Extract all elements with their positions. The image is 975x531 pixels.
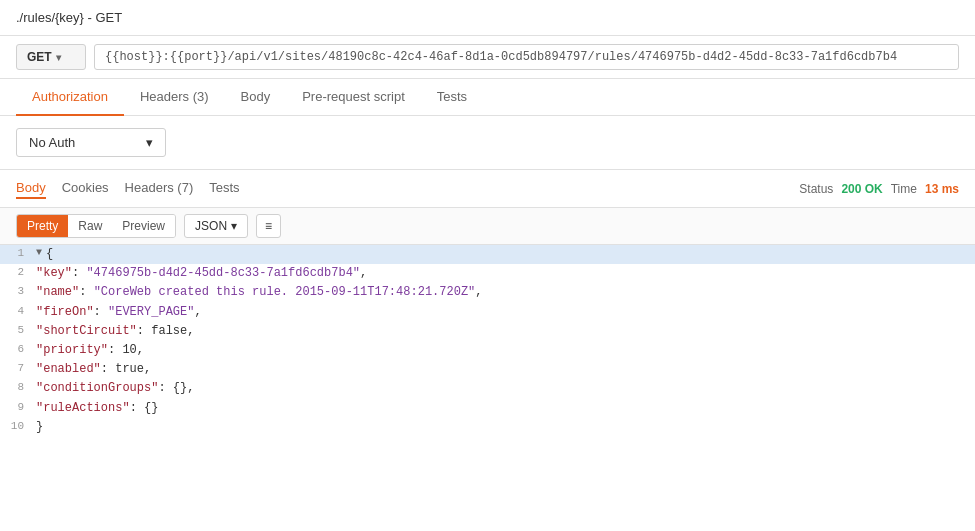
method-selector[interactable]: GET ▾ <box>16 44 86 70</box>
table-row: 1 ▼{ <box>0 245 975 264</box>
response-tab-body[interactable]: Body <box>16 178 46 199</box>
code-content: "fireOn": "EVERY_PAGE", <box>36 303 967 322</box>
collapse-icon[interactable]: ▼ <box>36 245 42 261</box>
table-row: 10} <box>0 418 975 437</box>
auth-dropdown[interactable]: No Auth ▾ <box>16 128 166 157</box>
code-content: "priority": 10, <box>36 341 967 360</box>
line-number: 7 <box>8 360 36 378</box>
code-content: "key": "4746975b-d4d2-45dd-8c33-7a1fd6cd… <box>36 264 967 283</box>
tab-authorization[interactable]: Authorization <box>16 79 124 116</box>
wrap-button[interactable]: ≡ <box>256 214 281 238</box>
line-number: 6 <box>8 341 36 359</box>
code-content: "conditionGroups": {}, <box>36 379 967 398</box>
code-content: "ruleActions": {} <box>36 399 967 418</box>
page-title-text: ./rules/{key} - GET <box>16 10 122 25</box>
format-tabs: Pretty Raw Preview <box>16 214 176 238</box>
status-section: Status 200 OK Time 13 ms <box>799 182 959 196</box>
table-row: 4 "fireOn": "EVERY_PAGE", <box>0 303 975 322</box>
line-number: 10 <box>8 418 36 436</box>
url-input[interactable] <box>94 44 959 70</box>
code-content: { <box>46 245 967 264</box>
code-content: "name": "CoreWeb created this rule. 2015… <box>36 283 967 302</box>
response-tab-tests[interactable]: Tests <box>209 178 239 199</box>
tab-body[interactable]: Body <box>225 79 287 116</box>
status-value: 200 OK <box>841 182 882 196</box>
line-number: 1 <box>8 245 36 263</box>
auth-label: No Auth <box>29 135 75 150</box>
format-bar: Pretty Raw Preview JSON ▾ ≡ <box>0 208 975 245</box>
response-tab-cookies[interactable]: Cookies <box>62 178 109 199</box>
table-row: 5 "shortCircuit": false, <box>0 322 975 341</box>
url-bar: GET ▾ <box>0 36 975 79</box>
page-title: ./rules/{key} - GET <box>0 0 975 36</box>
json-dropdown-label: JSON <box>195 219 227 233</box>
code-content: } <box>36 418 967 437</box>
table-row: 6 "priority": 10, <box>0 341 975 360</box>
wrap-icon: ≡ <box>265 219 272 233</box>
code-content: "enabled": true, <box>36 360 967 379</box>
table-row: 2 "key": "4746975b-d4d2-45dd-8c33-7a1fd6… <box>0 264 975 283</box>
time-value: 13 ms <box>925 182 959 196</box>
response-tab-headers[interactable]: Headers (7) <box>125 178 194 199</box>
table-row: 8 "conditionGroups": {}, <box>0 379 975 398</box>
line-number: 2 <box>8 264 36 282</box>
line-number: 4 <box>8 303 36 321</box>
json-dropdown-chevron: ▾ <box>231 219 237 233</box>
tab-headers[interactable]: Headers (3) <box>124 79 225 116</box>
line-number: 5 <box>8 322 36 340</box>
request-tabs: Authorization Headers (3) Body Pre-reque… <box>0 79 975 116</box>
status-label: Status <box>799 182 833 196</box>
format-tab-raw[interactable]: Raw <box>68 215 112 237</box>
method-label: GET <box>27 50 52 64</box>
time-label: Time <box>891 182 917 196</box>
method-chevron: ▾ <box>56 52 61 63</box>
format-tab-preview[interactable]: Preview <box>112 215 175 237</box>
table-row: 7 "enabled": true, <box>0 360 975 379</box>
code-area: 1 ▼{2 "key": "4746975b-d4d2-45dd-8c33-7a… <box>0 245 975 437</box>
table-row: 3 "name": "CoreWeb created this rule. 20… <box>0 283 975 302</box>
table-row: 9 "ruleActions": {} <box>0 399 975 418</box>
auth-section: No Auth ▾ <box>0 116 975 170</box>
tab-tests[interactable]: Tests <box>421 79 483 116</box>
code-content: "shortCircuit": false, <box>36 322 967 341</box>
line-number: 3 <box>8 283 36 301</box>
json-format-dropdown[interactable]: JSON ▾ <box>184 214 248 238</box>
response-tabs-bar: Body Cookies Headers (7) Tests Status 20… <box>0 170 975 208</box>
line-number: 8 <box>8 379 36 397</box>
line-number: 9 <box>8 399 36 417</box>
auth-chevron: ▾ <box>146 135 153 150</box>
format-tab-pretty[interactable]: Pretty <box>17 215 68 237</box>
tab-prerequest[interactable]: Pre-request script <box>286 79 421 116</box>
